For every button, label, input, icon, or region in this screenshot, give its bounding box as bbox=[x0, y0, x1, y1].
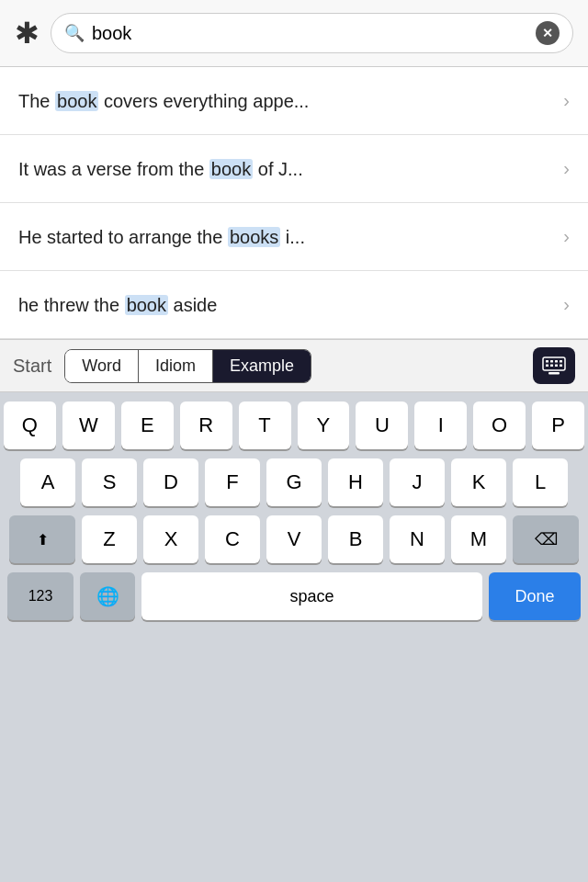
result-text: He started to arrange the books i... bbox=[18, 225, 556, 249]
keyboard-row-2: A S D F G H J K L bbox=[4, 458, 584, 506]
search-results: The book covers everything appe... › It … bbox=[0, 67, 588, 339]
key-s[interactable]: S bbox=[82, 458, 137, 506]
done-key[interactable]: Done bbox=[489, 572, 581, 620]
asterisk-icon: ✱ bbox=[15, 18, 40, 48]
key-r[interactable]: R bbox=[180, 401, 232, 449]
tab-bar: Start Word Idiom Example bbox=[0, 339, 588, 392]
search-icon: 🔍 bbox=[64, 23, 85, 43]
search-bar: 🔍 ✕ bbox=[51, 13, 573, 53]
key-l[interactable]: L bbox=[513, 458, 568, 506]
result-text: It was a verse from the book of J... bbox=[18, 157, 556, 181]
tab-example[interactable]: Example bbox=[213, 350, 311, 382]
keyboard-row-1: Q W E R T Y U I O P bbox=[4, 401, 584, 449]
svg-rect-5 bbox=[546, 365, 548, 368]
backspace-key[interactable]: ⌫ bbox=[513, 515, 579, 563]
chevron-right-icon: › bbox=[563, 226, 570, 247]
svg-rect-7 bbox=[555, 365, 558, 368]
keyboard-row-3: ⬆ Z X C V B N M ⌫ bbox=[4, 515, 584, 563]
key-p[interactable]: P bbox=[532, 401, 584, 449]
key-c[interactable]: C bbox=[205, 515, 260, 563]
highlight: book bbox=[125, 295, 168, 315]
highlight: book bbox=[209, 159, 253, 179]
result-item[interactable]: The book covers everything appe... › bbox=[0, 67, 588, 135]
svg-rect-4 bbox=[560, 360, 562, 363]
key-v[interactable]: V bbox=[266, 515, 322, 563]
key-n[interactable]: N bbox=[390, 515, 445, 563]
result-item[interactable]: he threw the book aside › bbox=[0, 271, 588, 339]
svg-rect-3 bbox=[555, 360, 558, 363]
clear-button[interactable]: ✕ bbox=[536, 21, 560, 45]
result-item[interactable]: It was a verse from the book of J... › bbox=[0, 135, 588, 203]
keyboard-row-4: 123 🌐 space Done bbox=[4, 572, 584, 620]
key-t[interactable]: T bbox=[239, 401, 291, 449]
tab-start-label: Start bbox=[13, 356, 51, 377]
keyboard: Q W E R T Y U I O P A S D F G H J K L ⬆ … bbox=[0, 392, 588, 882]
key-f[interactable]: F bbox=[205, 458, 260, 506]
key-b[interactable]: B bbox=[328, 515, 383, 563]
tab-idiom[interactable]: Idiom bbox=[139, 350, 213, 382]
highlight: books bbox=[228, 227, 280, 247]
key-u[interactable]: U bbox=[356, 401, 408, 449]
key-i[interactable]: I bbox=[414, 401, 467, 449]
svg-rect-8 bbox=[560, 365, 562, 368]
key-o[interactable]: O bbox=[473, 401, 526, 449]
keyboard-toggle-button[interactable] bbox=[533, 347, 575, 384]
space-key[interactable]: space bbox=[141, 572, 482, 620]
search-input[interactable] bbox=[92, 23, 528, 44]
key-m[interactable]: M bbox=[451, 515, 506, 563]
key-k[interactable]: K bbox=[451, 458, 506, 506]
close-icon: ✕ bbox=[542, 26, 553, 40]
result-item[interactable]: He started to arrange the books i... › bbox=[0, 203, 588, 271]
result-text: he threw the book aside bbox=[18, 293, 556, 317]
result-text: The book covers everything appe... bbox=[18, 89, 556, 113]
key-x[interactable]: X bbox=[143, 515, 198, 563]
key-y[interactable]: Y bbox=[298, 401, 350, 449]
key-w[interactable]: W bbox=[62, 401, 115, 449]
svg-rect-0 bbox=[543, 357, 565, 370]
chevron-right-icon: › bbox=[563, 158, 570, 179]
numbers-key[interactable]: 123 bbox=[7, 572, 74, 620]
shift-key[interactable]: ⬆ bbox=[9, 515, 75, 563]
key-q[interactable]: Q bbox=[4, 401, 56, 449]
globe-key[interactable]: 🌐 bbox=[80, 572, 135, 620]
tab-group: Word Idiom Example bbox=[64, 349, 311, 383]
key-z[interactable]: Z bbox=[82, 515, 137, 563]
key-d[interactable]: D bbox=[143, 458, 198, 506]
highlight: book bbox=[55, 91, 98, 111]
chevron-right-icon: › bbox=[563, 90, 570, 111]
tab-word[interactable]: Word bbox=[65, 350, 139, 382]
header: ✱ 🔍 ✕ bbox=[0, 0, 588, 67]
svg-rect-2 bbox=[550, 360, 553, 363]
chevron-right-icon: › bbox=[563, 294, 570, 315]
key-g[interactable]: G bbox=[266, 458, 322, 506]
key-h[interactable]: H bbox=[328, 458, 383, 506]
key-a[interactable]: A bbox=[20, 458, 75, 506]
svg-rect-1 bbox=[546, 360, 548, 363]
key-j[interactable]: J bbox=[390, 458, 445, 506]
key-e[interactable]: E bbox=[121, 401, 174, 449]
svg-rect-6 bbox=[550, 365, 553, 368]
svg-rect-9 bbox=[548, 372, 560, 375]
